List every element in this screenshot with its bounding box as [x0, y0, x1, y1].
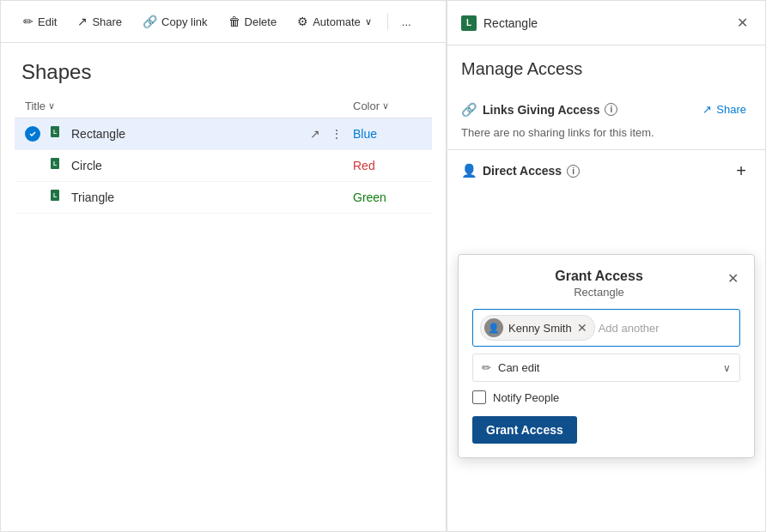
grant-close-button[interactable]: ✕: [726, 269, 740, 288]
direct-access-info-icon[interactable]: i: [567, 165, 580, 178]
col-title-label: Title: [25, 100, 46, 112]
row-name: Circle: [71, 159, 307, 172]
delete-label: Delete: [245, 15, 277, 28]
automate-label: Automate: [313, 15, 361, 28]
color-sort-icon[interactable]: ∨: [382, 100, 389, 112]
manage-access-title: Manage Access: [447, 45, 765, 89]
edit-button[interactable]: ✏ Edit: [15, 9, 65, 33]
grant-overlay-title-group: Grant Access Rectangle: [472, 269, 726, 299]
title-sort-icon[interactable]: ∨: [48, 100, 55, 112]
automate-button[interactable]: ⚙ Automate ∨: [289, 9, 380, 33]
panel-header-left: L Rectangle: [461, 15, 538, 31]
avatar-initials: 👤: [488, 323, 500, 334]
person-name: Kenny Smith: [508, 322, 572, 335]
pencil-icon: ✏: [482, 361, 491, 374]
table-row[interactable]: L Circle ↗ ⋮ Red: [15, 150, 432, 182]
col-color-header: Color ∨: [353, 100, 422, 112]
more-icon: ...: [402, 15, 411, 28]
links-section-title: Links Giving Access: [483, 103, 599, 117]
panel-close-button[interactable]: ✕: [733, 11, 751, 34]
color-value: Green: [353, 190, 386, 204]
remove-person-button[interactable]: ✕: [577, 322, 587, 334]
svg-text:L: L: [53, 160, 58, 166]
delete-button[interactable]: 🗑 Delete: [220, 9, 286, 33]
automate-chevron-icon: ∨: [365, 16, 372, 27]
svg-text:L: L: [53, 129, 58, 135]
notify-label: Notify People: [493, 391, 559, 404]
more-button[interactable]: ...: [395, 10, 418, 33]
col-title-header: Title ∨: [25, 100, 353, 112]
share-label: Share: [716, 103, 746, 116]
row-color: Blue: [353, 127, 422, 141]
add-direct-access-button[interactable]: +: [731, 160, 751, 181]
close-icon: ✕: [727, 271, 739, 286]
link-icon: 🔗: [461, 102, 477, 118]
grant-access-button[interactable]: Grant Access: [472, 416, 577, 444]
add-icon: +: [736, 161, 746, 180]
person-icon: 👤: [461, 163, 477, 178]
row-file-icon: L: [49, 125, 66, 142]
panel-header: L Rectangle ✕: [447, 1, 765, 45]
chevron-down-icon: ∨: [723, 362, 731, 374]
page-title: Shapes: [1, 43, 446, 94]
toolbar-separator: [387, 13, 388, 30]
links-section-header: 🔗 Links Giving Access i ↗ Share: [461, 100, 751, 119]
table-row[interactable]: L Rectangle ↗ ⋮ Blue: [15, 118, 432, 150]
panel-file-icon: L: [461, 15, 477, 31]
row-more-btn[interactable]: ⋮: [327, 125, 346, 142]
row-check: [25, 126, 42, 142]
row-name: Rectangle: [71, 127, 307, 141]
row-actions: ↗ ⋮: [307, 125, 346, 142]
permission-dropdown[interactable]: ✏ Can edit ∨: [472, 354, 740, 382]
permission-label: Can edit: [498, 361, 539, 374]
list-area: Title ∨ Color ∨ L Rectangle ↗ ⋮: [1, 94, 446, 531]
links-info-icon[interactable]: i: [605, 103, 617, 116]
grant-overlay-subtitle: Rectangle: [472, 286, 726, 299]
person-tag: 👤 Kenny Smith ✕: [480, 315, 595, 341]
grant-overlay-title: Grant Access: [472, 269, 726, 284]
permission-left: ✏ Can edit: [482, 361, 539, 374]
links-section-title-group: 🔗 Links Giving Access i: [461, 102, 617, 118]
row-file-icon: L: [49, 157, 66, 174]
grant-access-overlay: Grant Access Rectangle ✕ 👤 Kenny Smith ✕…: [458, 254, 755, 458]
share-button[interactable]: ↗ Share: [697, 100, 751, 119]
row-name: Triangle: [71, 190, 307, 204]
row-color: Red: [353, 159, 422, 172]
copy-link-label: Copy link: [161, 15, 207, 28]
check-circle-icon: [25, 126, 40, 142]
row-share-btn[interactable]: ↗: [307, 125, 324, 142]
file-icon-text: L: [466, 18, 471, 27]
delete-icon: 🗑: [228, 15, 240, 28]
add-another-input[interactable]: [599, 322, 733, 335]
color-value: Red: [353, 159, 375, 172]
links-giving-access-section: 🔗 Links Giving Access i ↗ Share There ar…: [447, 89, 765, 150]
edit-icon: ✏: [23, 15, 33, 28]
notify-row: Notify People: [472, 390, 740, 404]
people-input-area[interactable]: 👤 Kenny Smith ✕: [472, 309, 740, 347]
row-file-icon: L: [49, 189, 66, 206]
col-color-label: Color: [353, 100, 380, 112]
panel-file-name: Rectangle: [483, 16, 538, 30]
left-panel: ✏ Edit ↗ Share 🔗 Copy link 🗑 Delete ⚙ Au…: [0, 0, 447, 532]
links-empty-text: There are no sharing links for this item…: [461, 126, 751, 139]
share-icon: ↗: [702, 103, 712, 116]
share-button[interactable]: ↗ Share: [69, 9, 131, 33]
notify-checkbox[interactable]: [472, 390, 486, 404]
grant-overlay-header: Grant Access Rectangle ✕: [472, 269, 740, 299]
table-row[interactable]: L Triangle ↗ ⋮ Green: [15, 182, 432, 214]
list-header: Title ∨ Color ∨: [15, 94, 432, 118]
share-icon: ↗: [77, 15, 88, 28]
share-label: Share: [92, 15, 122, 28]
copy-link-icon: 🔗: [143, 15, 157, 28]
color-value: Blue: [353, 127, 377, 141]
right-panel: L Rectangle ✕ Manage Access 🔗 Links Givi…: [447, 0, 766, 532]
direct-access-title-group: 👤 Direct Access i: [461, 163, 580, 178]
copy-link-button[interactable]: 🔗 Copy link: [134, 9, 216, 33]
direct-access-section: 👤 Direct Access i +: [447, 150, 765, 191]
toolbar: ✏ Edit ↗ Share 🔗 Copy link 🗑 Delete ⚙ Au…: [1, 1, 446, 43]
direct-access-title: Direct Access: [483, 164, 562, 178]
grant-button-label: Grant Access: [486, 423, 563, 437]
svg-text:L: L: [53, 192, 58, 198]
automate-icon: ⚙: [297, 15, 308, 28]
row-color: Green: [353, 190, 422, 204]
